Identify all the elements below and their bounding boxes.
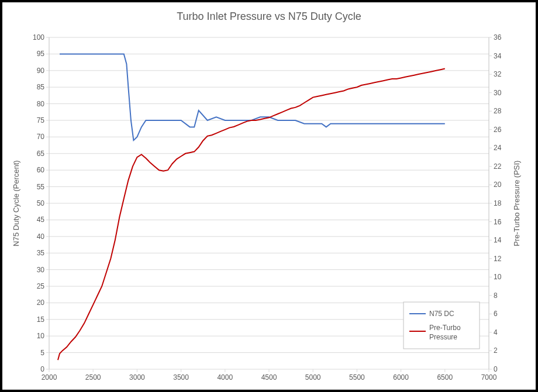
y-left-tick-label: 0 — [40, 365, 44, 373]
y-right-tick-label: 8 — [494, 292, 498, 300]
x-tick-label: 6500 — [437, 373, 453, 381]
y-left-tick-label: 90 — [37, 67, 45, 75]
y-right-axis-label: Pre-Turbo Pressure (PSI) — [512, 161, 521, 247]
x-tick-label: 2000 — [42, 373, 57, 381]
y-right-tick-label: 22 — [494, 162, 502, 171]
y-left-axis-label: N75 Duty Cycle (Percent) — [12, 160, 20, 246]
x-tick-label: 6000 — [393, 373, 409, 381]
x-tick-label: 5500 — [349, 373, 365, 381]
x-tick-label: 4500 — [261, 373, 277, 381]
x-tick-label: 3000 — [129, 373, 145, 381]
y-left-tick-label: 40 — [37, 233, 45, 241]
y-left-tick-label: 95 — [37, 50, 45, 58]
y-left-tick-label: 80 — [37, 100, 45, 108]
y-left-tick-label: 100 — [33, 33, 44, 41]
y-left-tick-label: 70 — [37, 133, 45, 141]
y-left-tick-label: 10 — [37, 332, 45, 340]
y-right-tick-label: 20 — [494, 181, 502, 189]
legend-label-n75: N75 DC — [429, 310, 454, 318]
y-right-tick-label: 2 — [494, 346, 498, 355]
y-right-tick-label: 28 — [494, 107, 502, 115]
y-right-tick-label: 16 — [494, 218, 502, 226]
y-right-tick-label: 6 — [494, 310, 498, 318]
y-right-tick-label: 10 — [494, 273, 502, 281]
y-right-tick-label: 30 — [494, 89, 502, 97]
y-left-tick-label: 15 — [37, 315, 45, 324]
y-right-tick-label: 4 — [494, 328, 498, 337]
chart-title: Turbo Inlet Pressure vs N75 Duty Cycle — [177, 11, 361, 22]
x-tick-label: 4000 — [217, 373, 233, 381]
y-right-tick-label: 24 — [494, 144, 502, 152]
y-right-tick-label: 18 — [494, 199, 502, 207]
y-left-tick-label: 35 — [37, 249, 45, 257]
y-left-tick-label: 60 — [37, 166, 45, 174]
y-right-tick-label: 14 — [494, 236, 502, 244]
y-left-tick-label: 75 — [37, 116, 45, 124]
y-left-tick-label: 30 — [37, 266, 45, 274]
legend-label-pressure-1: Pre-Turbo — [429, 324, 461, 332]
x-tick-label: 5000 — [305, 373, 321, 381]
y-left-tick-label: 25 — [37, 282, 45, 290]
chart-container: Turbo Inlet Pressure vs N75 Duty Cycle20… — [0, 0, 538, 392]
y-left-tick-label: 85 — [37, 83, 45, 91]
y-right-tick-label: 0 — [494, 365, 498, 373]
y-left-tick-label: 20 — [37, 299, 45, 307]
y-right-tick-label: 34 — [494, 52, 502, 60]
y-left-tick-label: 50 — [37, 199, 45, 207]
y-left-tick-label: 65 — [37, 150, 45, 158]
y-right-tick-label: 12 — [494, 255, 502, 263]
chart-svg: Turbo Inlet Pressure vs N75 Duty Cycle20… — [2, 2, 536, 390]
x-tick-label: 2500 — [85, 373, 101, 381]
y-right-tick-label: 32 — [494, 70, 502, 78]
series-line-n75 — [60, 54, 445, 140]
series-line-pressure — [58, 69, 445, 360]
legend-label-pressure-2: Pressure — [429, 333, 457, 341]
x-tick-label: 7000 — [481, 373, 497, 381]
y-left-tick-label: 55 — [37, 183, 45, 191]
y-left-tick-label: 45 — [37, 216, 45, 224]
x-tick-label: 3500 — [173, 373, 189, 381]
y-right-tick-label: 26 — [494, 126, 502, 134]
y-right-tick-label: 36 — [494, 33, 502, 41]
y-left-tick-label: 5 — [40, 349, 44, 357]
